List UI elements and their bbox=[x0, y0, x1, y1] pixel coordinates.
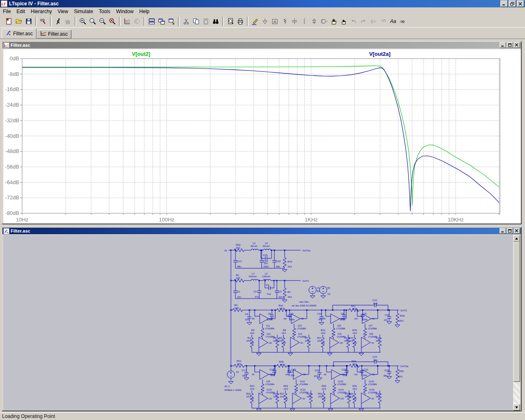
svg-text:-5V: -5V bbox=[251, 373, 255, 376]
svg-text:LT1058A: LT1058A bbox=[265, 327, 274, 330]
close-button[interactable] bbox=[517, 0, 524, 7]
waveform-window-titlebar[interactable]: Filter.asc bbox=[2, 42, 521, 48]
copy-button[interactable] bbox=[191, 16, 201, 26]
run-button[interactable] bbox=[53, 16, 63, 26]
svg-text:R19: R19 bbox=[288, 260, 292, 263]
schem-close-button[interactable] bbox=[514, 228, 520, 234]
redo-button bbox=[358, 16, 368, 26]
toolbar-separator bbox=[247, 17, 249, 26]
schem-minimize-button[interactable] bbox=[500, 228, 506, 234]
scrollbar-thumb[interactable] bbox=[513, 242, 520, 382]
svg-text:130mH: 130mH bbox=[249, 275, 256, 278]
place-ground-button[interactable] bbox=[260, 16, 270, 26]
tab-1-filter-asc[interactable]: Filter.asc bbox=[2, 29, 37, 39]
print-preview-button[interactable] bbox=[226, 16, 235, 26]
svg-text:C16: C16 bbox=[263, 254, 268, 256]
menu-window[interactable]: Window bbox=[113, 8, 137, 15]
svg-text:V2: V2 bbox=[317, 287, 320, 289]
menu-simulate[interactable]: Simulate bbox=[71, 8, 96, 15]
y-tick-label: -16dB bbox=[5, 86, 19, 92]
print-button[interactable] bbox=[235, 16, 245, 26]
tile-horizontally-icon bbox=[148, 18, 155, 25]
tile-horizontally-button[interactable] bbox=[147, 16, 157, 26]
menu-view[interactable]: View bbox=[55, 8, 71, 15]
zoom-in-button[interactable] bbox=[78, 16, 88, 26]
place-capacitor-button[interactable] bbox=[290, 16, 299, 26]
svg-text:.ac dec 1000 10 20000: .ac dec 1000 10 20000 bbox=[291, 304, 317, 307]
place-component-button[interactable] bbox=[319, 16, 329, 26]
menu-edit[interactable]: Edit bbox=[14, 8, 28, 15]
x-tick-label: 1KHz bbox=[305, 217, 318, 223]
svg-text:1K2: 1K2 bbox=[352, 332, 357, 334]
tile-vertically-button[interactable] bbox=[157, 16, 167, 26]
svg-text:C8: C8 bbox=[341, 313, 344, 315]
place-resistor-button[interactable] bbox=[280, 16, 290, 26]
drag-button[interactable] bbox=[339, 16, 349, 26]
schematic-vscrollbar[interactable] bbox=[513, 235, 520, 411]
svg-text:C18: C18 bbox=[269, 368, 274, 371]
find-button[interactable] bbox=[211, 16, 221, 26]
scroll-down-button[interactable] bbox=[513, 404, 520, 411]
place-diode-button[interactable] bbox=[309, 16, 319, 26]
menu-help[interactable]: Help bbox=[137, 8, 153, 15]
menu-hierarchy[interactable]: Hierarchy bbox=[28, 8, 55, 15]
wave-close-button[interactable] bbox=[514, 42, 520, 48]
save-button[interactable] bbox=[24, 16, 34, 26]
menu-tools[interactable]: Tools bbox=[96, 8, 113, 15]
scroll-up-button[interactable] bbox=[513, 235, 520, 242]
svg-text:R16: R16 bbox=[349, 337, 354, 339]
new-schematic-button[interactable] bbox=[4, 16, 14, 26]
schem-maximize-button[interactable] bbox=[507, 228, 513, 234]
wave-maximize-button[interactable] bbox=[507, 42, 513, 48]
wave-minimize-button[interactable] bbox=[500, 42, 506, 48]
control-panel-button[interactable] bbox=[39, 16, 48, 26]
zoom-full-extents-button[interactable] bbox=[88, 16, 98, 26]
minimize-button[interactable] bbox=[500, 0, 508, 7]
svg-text:A: A bbox=[274, 20, 276, 24]
svg-text:R7: R7 bbox=[305, 337, 308, 339]
restore-button[interactable] bbox=[509, 0, 516, 7]
label-net-button[interactable]: A bbox=[270, 16, 280, 26]
tab-label: Filter.asc bbox=[48, 31, 68, 37]
autorange-y-button[interactable] bbox=[122, 16, 132, 26]
move-button[interactable] bbox=[329, 16, 339, 26]
svg-text:IC13: IC13 bbox=[338, 380, 343, 383]
draw-wire-button[interactable] bbox=[250, 16, 260, 26]
cascade-windows-button[interactable] bbox=[167, 16, 176, 26]
svg-text:R29: R29 bbox=[318, 393, 323, 395]
undo-zoom-button[interactable] bbox=[107, 16, 117, 26]
print-preview-icon bbox=[227, 18, 234, 25]
autorange-y-icon bbox=[123, 18, 131, 25]
schematic-canvas[interactable]: INR201K2L350mHL450mHOUT1aC1622nC1368nC14… bbox=[3, 235, 514, 411]
halt-button bbox=[63, 16, 73, 26]
schematic-graphics: INR201K2L350mHL450mHOUT1aC1622nC1368nC14… bbox=[224, 242, 409, 411]
spice-directive-button[interactable]: .op bbox=[398, 16, 408, 26]
zoom-out-button[interactable] bbox=[98, 16, 107, 26]
y-tick-label: -80dB bbox=[5, 210, 19, 216]
svg-text:150n: 150n bbox=[314, 375, 319, 377]
place-text-button[interactable]: Aa bbox=[388, 16, 398, 26]
svg-text:R25: R25 bbox=[307, 393, 312, 395]
plot-border bbox=[22, 59, 500, 213]
svg-text:1K2: 1K2 bbox=[349, 395, 353, 398]
cut-button[interactable] bbox=[181, 16, 191, 26]
place-inductor-button[interactable] bbox=[299, 16, 309, 26]
open-file-button[interactable] bbox=[14, 16, 24, 26]
place-capacitor-icon bbox=[291, 18, 298, 25]
svg-text:IC3: IC3 bbox=[298, 324, 302, 327]
trace-label-vout2[interactable]: V[out2] bbox=[132, 51, 151, 57]
svg-text:-5V: -5V bbox=[322, 342, 325, 344]
trace-vout2[interactable] bbox=[22, 66, 499, 205]
svg-text:22n: 22n bbox=[384, 319, 388, 321]
trace-label-vout2a[interactable]: V[out2a] bbox=[369, 51, 390, 57]
svg-text:1K2: 1K2 bbox=[376, 340, 380, 342]
svg-text:2K2: 2K2 bbox=[288, 296, 292, 298]
svg-text:130mH: 130mH bbox=[262, 275, 270, 278]
trace-vout2a[interactable] bbox=[22, 68, 499, 212]
tabbar: Filter.ascFilter.asc bbox=[0, 27, 525, 39]
svg-text:-5V: -5V bbox=[372, 373, 375, 376]
menu-file[interactable]: File bbox=[0, 8, 14, 15]
waveform-plot-area[interactable]: 0dB-8dB-16dB-24dB-32dB-40dB-48dB-56dB-64… bbox=[3, 49, 521, 224]
schematic-window-titlebar[interactable]: Filter.asc bbox=[2, 228, 521, 234]
tab-2-filter-asc[interactable]: Filter.asc bbox=[37, 30, 71, 39]
